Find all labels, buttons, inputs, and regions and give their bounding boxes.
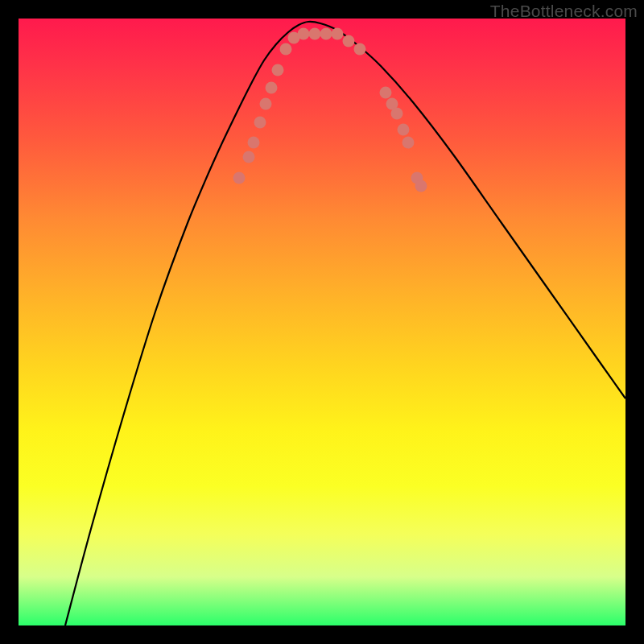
- chart-plot-area: [19, 19, 625, 625]
- watermark-text: TheBottleneck.com: [490, 2, 638, 21]
